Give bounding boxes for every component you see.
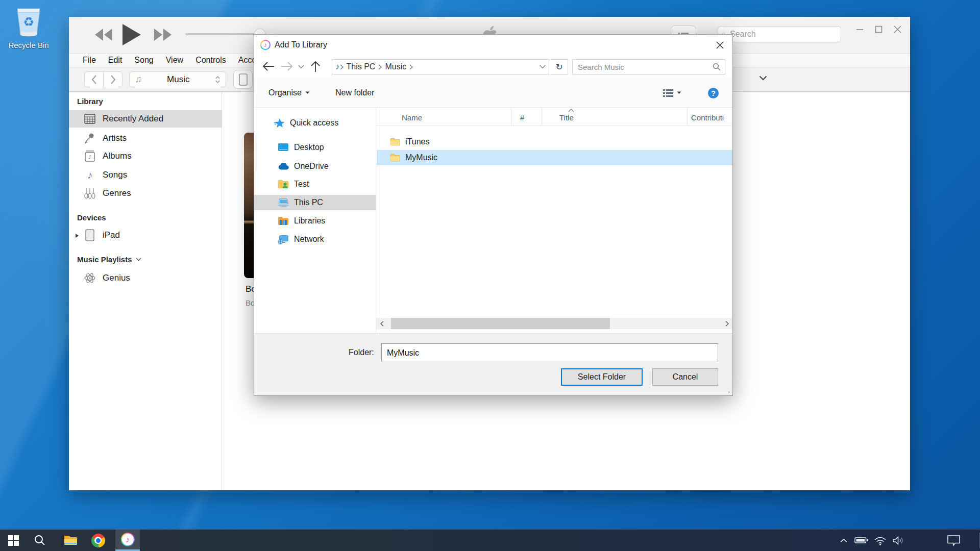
breadcrumb-this-pc[interactable]: This PC xyxy=(344,62,379,71)
rewind-icon[interactable] xyxy=(94,28,113,41)
sidebar-item-quick-access[interactable]: Quick access xyxy=(254,115,376,131)
file-row-mymusic[interactable]: MyMusic xyxy=(377,150,732,165)
filter-chevron-down-icon[interactable] xyxy=(759,76,767,81)
column-contributing-artists[interactable]: Contributi xyxy=(691,113,724,122)
sidebar-item-onedrive[interactable]: OneDrive xyxy=(254,159,376,174)
play-icon[interactable] xyxy=(122,23,141,46)
sidebar-item-this-pc[interactable]: This PC xyxy=(254,195,376,210)
tray-expand-button[interactable] xyxy=(837,530,850,551)
sidebar-item-label: OneDrive xyxy=(294,162,329,171)
column-title[interactable]: Title xyxy=(559,113,574,122)
action-center-button[interactable] xyxy=(944,530,963,551)
start-button[interactable] xyxy=(1,530,26,551)
forward-button[interactable] xyxy=(103,71,122,87)
volume-slider[interactable] xyxy=(185,33,263,35)
sidebar-item-recently-added[interactable]: Recently Added xyxy=(69,110,222,128)
file-row-itunes[interactable]: iTunes xyxy=(377,134,732,149)
up-arrow-icon[interactable] xyxy=(310,61,321,72)
resize-grip[interactable] xyxy=(726,389,731,394)
help-button[interactable]: ? xyxy=(708,88,719,98)
maximize-button[interactable] xyxy=(870,21,887,37)
column-separator[interactable] xyxy=(511,108,511,126)
volume-icon xyxy=(892,536,904,545)
itunes-search-input[interactable] xyxy=(729,29,837,39)
dialog-search-input[interactable] xyxy=(577,62,713,72)
this-pc-icon xyxy=(278,198,289,208)
menu-song[interactable]: Song xyxy=(128,56,159,65)
desktop: ♻ Recycle Bin xyxy=(0,0,980,551)
chevron-up-down-icon xyxy=(215,75,220,84)
sidebar-item-songs[interactable]: ♪ Songs xyxy=(69,166,222,184)
view-mode-button[interactable] xyxy=(663,78,681,107)
back-button[interactable] xyxy=(84,71,104,87)
address-bar[interactable]: ♪ This PC Music xyxy=(332,59,549,74)
media-type-selector[interactable]: ♫ Music xyxy=(129,71,226,87)
tray-volume-button[interactable] xyxy=(891,530,905,551)
sidebar-item-desktop[interactable]: Desktop xyxy=(254,140,376,155)
select-folder-button[interactable]: Select Folder xyxy=(561,368,643,386)
music-note-icon: ♪ xyxy=(335,62,340,72)
sort-ascending-icon[interactable] xyxy=(568,109,574,112)
column-number[interactable]: # xyxy=(520,113,524,122)
taskbar-itunes-button[interactable]: ♪ xyxy=(115,530,140,551)
folder-label: Folder: xyxy=(349,348,374,357)
svg-text:♪: ♪ xyxy=(88,154,91,161)
device-button[interactable] xyxy=(233,70,253,89)
column-separator[interactable] xyxy=(687,108,688,126)
menu-controls[interactable]: Controls xyxy=(189,56,232,65)
horizontal-scrollbar[interactable] xyxy=(376,318,732,329)
sidebar-item-genres[interactable]: Genres xyxy=(69,185,222,202)
scroll-left-button[interactable] xyxy=(376,318,387,329)
menu-edit[interactable]: Edit xyxy=(102,56,129,65)
taskbar-chrome-button[interactable] xyxy=(86,530,110,551)
menu-file[interactable]: File xyxy=(77,56,102,65)
refresh-icon: ↻ xyxy=(555,62,562,72)
folder-name-input[interactable] xyxy=(381,343,718,362)
breadcrumb-music[interactable]: Music xyxy=(382,62,409,71)
dialog-close-button[interactable] xyxy=(707,35,732,55)
new-folder-button[interactable]: New folder xyxy=(335,78,374,107)
sidebar-item-artists[interactable]: Artists xyxy=(69,130,222,147)
recent-locations-chevron-icon[interactable] xyxy=(298,65,304,69)
scrollbar-thumb[interactable] xyxy=(391,318,610,329)
forward-arrow-icon[interactable] xyxy=(281,61,293,71)
sidebar-item-label: Songs xyxy=(103,170,127,180)
back-arrow-icon[interactable] xyxy=(262,61,275,71)
libraries-icon xyxy=(278,216,289,226)
expand-caret-icon[interactable] xyxy=(75,233,79,238)
sidebar-item-test[interactable]: Test xyxy=(254,177,376,192)
tray-wifi-button[interactable] xyxy=(873,530,887,551)
sidebar-item-ipad[interactable]: iPad xyxy=(69,227,222,244)
sidebar-item-albums[interactable]: ♪ Albums xyxy=(69,147,222,165)
dialog-title-bar[interactable]: ♪ Add To Library xyxy=(254,35,732,55)
taskbar-file-explorer-button[interactable] xyxy=(58,530,83,551)
scroll-right-button[interactable] xyxy=(721,318,732,329)
details-view-icon xyxy=(663,88,674,97)
sidebar-item-label: Albums xyxy=(103,151,132,161)
address-dropdown-chevron-icon[interactable] xyxy=(540,65,546,69)
minimize-button[interactable] xyxy=(851,21,868,37)
recycle-bin-desktop-icon[interactable]: ♻ Recycle Bin xyxy=(7,6,50,49)
sidebar-item-genius[interactable]: Genius xyxy=(69,269,222,287)
tray-battery-button[interactable] xyxy=(853,530,869,551)
column-name[interactable]: Name xyxy=(402,113,422,122)
close-button[interactable] xyxy=(889,21,905,37)
itunes-search-box[interactable] xyxy=(718,26,841,42)
menu-view[interactable]: View xyxy=(160,56,189,65)
svg-text:♻: ♻ xyxy=(23,15,34,29)
column-separator[interactable] xyxy=(542,108,542,126)
sidebar-item-libraries[interactable]: Libraries xyxy=(254,213,376,229)
itunes-sidebar: Library Recently Added Artists ♪ Albums xyxy=(69,92,222,490)
fast-forward-icon[interactable] xyxy=(154,28,172,41)
sidebar-item-network[interactable]: Network xyxy=(254,232,376,247)
refresh-button[interactable]: ↻ xyxy=(551,59,568,74)
cancel-button[interactable]: Cancel xyxy=(652,368,718,386)
sidebar-item-label: Recently Added xyxy=(103,114,163,124)
add-to-library-dialog: ♪ Add To Library ♪ This PC xyxy=(254,34,733,396)
organise-button[interactable]: Organise xyxy=(268,78,310,107)
media-type-value: Music xyxy=(142,74,215,85)
playlists-header-row[interactable]: Music Playlists xyxy=(77,255,141,264)
dialog-search-box[interactable] xyxy=(572,59,725,74)
sidebar-item-label: Genres xyxy=(103,188,131,198)
taskbar-search-button[interactable] xyxy=(28,530,52,551)
